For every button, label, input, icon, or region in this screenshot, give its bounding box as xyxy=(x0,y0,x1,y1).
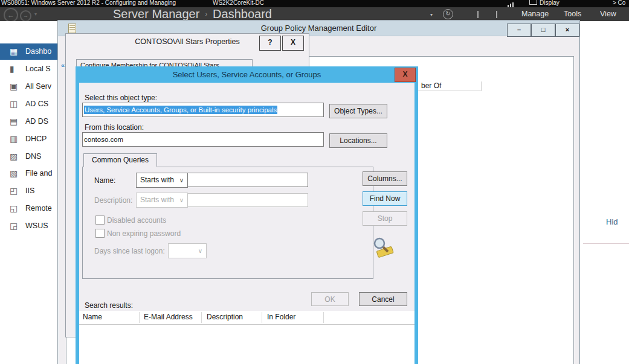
env-dropdown-icon[interactable]: ▾ xyxy=(430,12,433,18)
breadcrumb-current[interactable]: Dashboard xyxy=(213,7,272,21)
sidebar-item-all-servers[interactable]: ▣All Serv xyxy=(0,78,57,95)
forward-icon[interactable]: → xyxy=(20,10,31,22)
manage-menu[interactable]: Manage xyxy=(521,10,549,18)
nav-dropdown-icon[interactable]: ▾ xyxy=(34,11,37,17)
non-expiring-password-label: Non expiring password xyxy=(107,229,181,238)
tools-menu[interactable]: Tools xyxy=(564,10,581,18)
dashboard-divider xyxy=(583,243,629,244)
help-button[interactable]: ? xyxy=(259,36,281,51)
gpme-window-icon xyxy=(68,24,76,33)
view-menu[interactable]: View xyxy=(600,10,616,18)
cancel-button[interactable]: Cancel xyxy=(359,292,407,306)
breadcrumb: Server Manager›Dashboard xyxy=(113,7,272,21)
search-results-list[interactable]: Name E-Mail Address Description In Folde… xyxy=(79,311,414,364)
select-dialog-title: Select Users, Service Accounts, or Group… xyxy=(76,66,418,83)
sidebar-item-remote-desktop[interactable]: ◱Remote xyxy=(0,200,57,217)
server-manager-sidebar: ▦Dashbo ▮Local S ▣All Serv ◫AD CS ▤AD DS… xyxy=(0,21,57,364)
all-servers-icon: ▣ xyxy=(10,78,18,95)
select-dialog-body: Select this object type: Users, Service … xyxy=(76,83,418,364)
object-type-label: Select this object type: xyxy=(85,94,157,102)
file-storage-icon: ▧ xyxy=(10,165,18,182)
vm-machine-name: WS2K2CoreKit-DC xyxy=(213,0,264,7)
select-dialog-close-button[interactable]: X xyxy=(395,68,416,82)
ad-ds-icon: ▤ xyxy=(10,113,18,130)
name-query-input[interactable] xyxy=(187,173,308,187)
properties-close-button[interactable]: X xyxy=(282,36,304,51)
stop-button[interactable]: Stop xyxy=(363,211,407,226)
sidebar-item-file-storage[interactable]: ▧File and xyxy=(0,165,57,182)
display-menu[interactable]: Display xyxy=(540,0,560,7)
object-types-button[interactable]: Object Types... xyxy=(329,104,387,118)
description-condition-dropdown[interactable]: Starts with ∨ xyxy=(136,193,188,208)
object-type-field[interactable]: Users, Service Accounts, Groups, or Buil… xyxy=(82,103,324,117)
locations-button[interactable]: Locations... xyxy=(329,133,387,148)
ad-cs-icon: ◫ xyxy=(10,96,18,112)
collapse-pane-icon[interactable]: « xyxy=(61,62,65,69)
col-name[interactable]: Name xyxy=(83,313,102,321)
col-folder[interactable]: In Folder xyxy=(267,313,295,321)
iis-icon: ◰ xyxy=(10,183,18,199)
sidebar-item-ad-ds[interactable]: ▤AD DS xyxy=(0,113,57,130)
remote-desktop-icon: ◱ xyxy=(10,200,18,217)
non-expiring-password-checkbox[interactable] xyxy=(95,229,105,238)
local-server-icon: ▮ xyxy=(10,61,15,77)
sidebar-item-local-server[interactable]: ▮Local S xyxy=(0,61,57,77)
sidebar-item-wsus[interactable]: ◲WSUS xyxy=(0,218,57,234)
location-field[interactable]: contoso.com xyxy=(82,132,324,147)
days-since-logon-label: Days since last logon: xyxy=(94,247,165,255)
notification-flag-icon[interactable] xyxy=(477,11,479,18)
dns-icon: ▨ xyxy=(10,148,18,165)
sidebar-item-dhcp[interactable]: ▥DHCP xyxy=(0,131,57,147)
description-query-input[interactable] xyxy=(187,193,308,207)
from-location-label: From this location: xyxy=(85,123,144,132)
breadcrumb-separator-icon: › xyxy=(199,10,213,18)
connect-menu[interactable]: > Co xyxy=(613,0,625,7)
back-icon[interactable]: ← xyxy=(4,8,18,22)
select-users-dialog: Select Users, Service Accounts, or Group… xyxy=(76,66,418,364)
select-dialog-titlebar[interactable]: Select Users, Service Accounts, or Group… xyxy=(76,66,418,83)
search-magnifier-icon xyxy=(371,237,396,258)
disabled-accounts-checkbox[interactable] xyxy=(95,216,105,225)
columns-button[interactable]: Columns... xyxy=(363,171,407,186)
maximize-button[interactable]: □ xyxy=(531,24,555,37)
vm-title: WS08051: Windows Server 2012 R2 - Config… xyxy=(1,0,176,7)
hide-link[interactable]: Hid xyxy=(606,217,618,226)
refresh-icon[interactable]: ↻ xyxy=(443,9,453,19)
breadcrumb-root[interactable]: Server Manager xyxy=(113,7,199,21)
search-results-label: Search results: xyxy=(85,301,133,310)
chevron-down-icon: ∨ xyxy=(179,193,184,207)
vm-titlebar: WS08051: Windows Server 2012 R2 - Config… xyxy=(0,0,629,7)
minimize-button[interactable]: – xyxy=(507,24,531,37)
common-queries-tab[interactable]: Common Queries xyxy=(83,153,157,167)
sidebar-item-ad-cs[interactable]: ◫AD CS xyxy=(0,96,57,112)
display-monitor-icon[interactable] xyxy=(529,0,537,5)
dhcp-icon: ▥ xyxy=(10,131,18,147)
cpu-bars-icon[interactable] xyxy=(508,1,515,7)
disabled-accounts-label: Disabled accounts xyxy=(107,216,166,225)
dashboard-icon: ▦ xyxy=(10,43,18,60)
search-results-header: Name E-Mail Address Description In Folde… xyxy=(79,311,414,325)
sidebar-item-dns[interactable]: ▨DNS xyxy=(0,148,57,165)
sidebar-item-iis[interactable]: ◰IIS xyxy=(0,183,57,199)
wsus-icon: ◲ xyxy=(10,218,18,234)
col-email[interactable]: E-Mail Address xyxy=(144,313,193,321)
col-desc[interactable]: Description xyxy=(207,313,243,321)
days-since-logon-dropdown[interactable]: ∨ xyxy=(168,243,207,258)
server-manager-header: ← → ▾ Server Manager›Dashboard ▾ ↻ Manag… xyxy=(0,7,629,21)
name-label: Name: xyxy=(94,176,115,185)
chevron-down-icon: ∨ xyxy=(198,244,202,258)
description-label: Description: xyxy=(94,196,132,205)
dashboard-content-strip: Hid xyxy=(579,21,629,364)
close-button[interactable]: × xyxy=(555,24,579,37)
object-type-selected-text: Users, Service Accounts, Groups, or Buil… xyxy=(84,106,277,114)
chevron-down-icon: ∨ xyxy=(179,173,184,187)
sidebar-item-dashboard[interactable]: ▦Dashbo xyxy=(0,43,57,60)
notification-flag-icon-2[interactable] xyxy=(496,11,497,18)
name-condition-dropdown[interactable]: Starts with ∨ xyxy=(136,173,188,188)
screen: WS08051: Windows Server 2012 R2 - Config… xyxy=(0,0,629,364)
ok-button[interactable]: OK xyxy=(311,292,349,306)
find-now-button[interactable]: Find Now xyxy=(363,191,407,206)
